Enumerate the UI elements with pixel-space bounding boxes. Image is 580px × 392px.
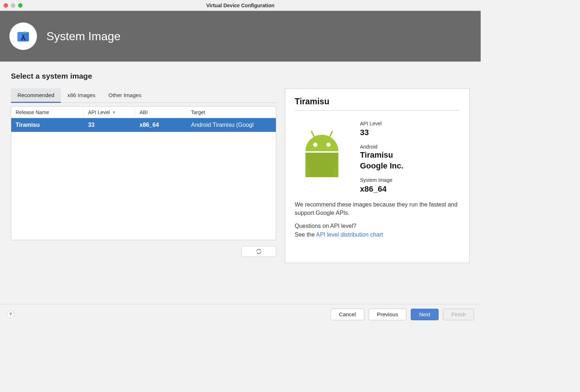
- android-studio-icon: [9, 22, 37, 50]
- see-prefix: See the: [295, 232, 316, 238]
- detail-panel: Tiramisu API Le: [285, 88, 470, 263]
- android-robot-icon: [295, 119, 349, 200]
- help-icon: ?: [9, 312, 12, 317]
- svg-point-2: [24, 32, 24, 32]
- title-bar: Virtual Device Configuration: [0, 0, 481, 11]
- tab-other-images[interactable]: Other Images: [102, 88, 148, 103]
- svg-point-7: [313, 142, 318, 147]
- system-image-label: System Image: [360, 177, 460, 183]
- system-image-table: Release Name API Level ▼ ABI Target: [11, 106, 276, 240]
- help-button[interactable]: ?: [7, 310, 14, 318]
- column-target[interactable]: Target: [187, 107, 276, 118]
- vendor-value: Google Inc.: [360, 161, 460, 171]
- tab-x86-images[interactable]: x86 Images: [61, 88, 102, 103]
- previous-button[interactable]: Previous: [369, 309, 406, 320]
- recommendation-text: We recommend these images because they r…: [295, 200, 460, 217]
- column-abi[interactable]: ABI: [135, 107, 187, 118]
- column-label: Target: [191, 109, 205, 115]
- header-band: System Image: [0, 11, 481, 62]
- cell-release-name: Tiramisu: [11, 122, 84, 128]
- column-release-name[interactable]: Release Name: [11, 107, 84, 118]
- tabs: Recommended x86 Images Other Images: [11, 88, 276, 103]
- column-label: ABI: [140, 109, 148, 115]
- svg-point-8: [326, 142, 331, 147]
- finish-button: Finish: [443, 309, 474, 320]
- api-level-label: API Level: [360, 121, 460, 126]
- system-image-value: x86_64: [360, 184, 460, 194]
- content-area: Select a system image Recommended x86 Im…: [0, 62, 481, 304]
- cancel-button[interactable]: Cancel: [331, 309, 364, 320]
- detail-title: Tiramisu: [295, 97, 460, 110]
- android-label: Android: [360, 144, 460, 150]
- cell-abi: x86_64: [135, 122, 187, 128]
- sort-descending-icon: ▼: [112, 110, 116, 114]
- column-label: Release Name: [16, 109, 49, 115]
- window-minimize-button[interactable]: [11, 3, 15, 8]
- refresh-icon: [256, 248, 262, 255]
- window-close-button[interactable]: [4, 3, 8, 8]
- section-title: Select a system image: [11, 72, 470, 80]
- see-link-row: See the API level distribution chart: [295, 232, 460, 238]
- api-level-value: 33: [360, 128, 460, 137]
- traffic-lights: [4, 3, 22, 8]
- left-column: Recommended x86 Images Other Images Rele…: [11, 88, 276, 300]
- next-button[interactable]: Next: [411, 309, 439, 320]
- cell-target: Android Tiramisu (Googl: [187, 122, 276, 128]
- column-label: API Level: [88, 109, 110, 115]
- question-text: Questions on API level?: [295, 223, 460, 229]
- window-title: Virtual Device Configuration: [0, 3, 481, 8]
- cell-api-level: 33: [84, 122, 135, 128]
- svg-point-3: [25, 32, 25, 32]
- page-title: System Image: [46, 30, 121, 43]
- window-maximize-button[interactable]: [18, 3, 22, 8]
- column-api-level[interactable]: API Level ▼: [84, 107, 135, 118]
- api-distribution-link[interactable]: API level distribution chart: [316, 232, 383, 238]
- table-header: Release Name API Level ▼ ABI Target: [11, 107, 276, 118]
- footer-bar: ? Cancel Previous Next Finish: [0, 304, 481, 324]
- svg-point-4: [22, 35, 24, 36]
- refresh-button[interactable]: [241, 246, 276, 257]
- tab-recommended[interactable]: Recommended: [11, 88, 61, 103]
- android-name-value: Tiramisu: [360, 150, 460, 160]
- table-row[interactable]: Tiramisu 33 x86_64 Android Tiramisu (Goo…: [11, 118, 276, 132]
